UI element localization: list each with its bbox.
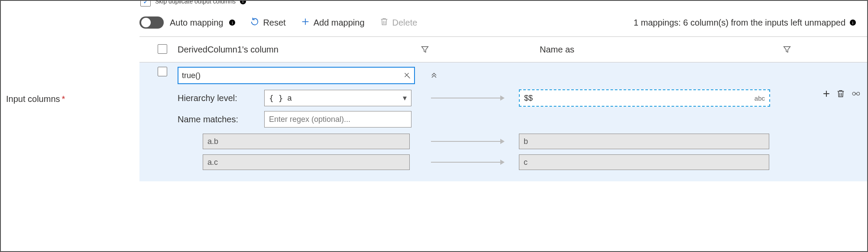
hierarchy-label: Hierarchy level: [178, 93, 264, 103]
add-mapping-label: Add mapping [314, 18, 365, 28]
column-header-source: DerivedColumn1's column [178, 45, 420, 55]
name-matches-label: Name matches: [178, 115, 264, 124]
name-matches-placeholder: Enter regex (optional)... [269, 115, 350, 124]
svg-point-16 [857, 92, 860, 95]
dest-preview: b [519, 134, 769, 149]
trash-icon [379, 17, 389, 29]
auto-mapping-label: Auto mapping [170, 18, 223, 28]
add-row-button[interactable]: + [823, 88, 830, 100]
info-icon[interactable]: i [850, 20, 856, 26]
name-as-input[interactable]: $$ abc [519, 89, 770, 107]
expression-value: true() [182, 71, 403, 80]
filter-icon[interactable] [782, 45, 800, 54]
dest-preview: c [519, 154, 769, 170]
source-preview: a.b [203, 134, 410, 149]
hierarchy-value: a [288, 94, 403, 103]
filter-icon[interactable] [420, 45, 437, 54]
auto-mapping-toggle[interactable] [139, 16, 164, 29]
reset-button[interactable]: Reset [250, 17, 285, 29]
row-checkbox[interactable] [158, 67, 167, 76]
source-preview: a.c [203, 154, 410, 170]
svg-line-6 [408, 76, 410, 79]
section-label-text: Input columns [6, 94, 60, 104]
name-as-value: $$ [524, 94, 755, 103]
svg-marker-12 [500, 160, 505, 165]
skip-duplicate-label: Skip duplicate output columns [155, 0, 236, 5]
select-all-checkbox[interactable] [158, 44, 167, 54]
skip-duplicate-checkbox[interactable]: ✓ [140, 0, 151, 7]
mapping-sub-row: a.c c [178, 154, 861, 170]
arrow-icon [431, 137, 505, 145]
link-icon[interactable] [852, 89, 861, 98]
abc-hint: abc [755, 95, 765, 102]
add-mapping-button[interactable]: Add mapping [301, 17, 365, 29]
arrow-icon [431, 94, 505, 102]
section-label: Input columns* [1, 94, 65, 104]
plus-icon [301, 17, 310, 29]
info-icon[interactable]: i [240, 0, 246, 4]
svg-marker-10 [500, 139, 505, 144]
column-header-name-as: Name as [540, 45, 782, 55]
mapping-status-text: 1 mappings: 6 column(s) from the inputs … [634, 18, 845, 28]
delete-row-button[interactable] [836, 89, 845, 98]
braces-icon: { } [269, 94, 283, 103]
svg-marker-8 [500, 95, 505, 101]
svg-point-15 [852, 92, 855, 95]
info-icon[interactable]: i [229, 20, 235, 26]
hierarchy-dropdown[interactable]: { } a ▾ [264, 90, 411, 106]
collapse-icon[interactable] [430, 70, 438, 81]
reset-icon [250, 17, 259, 29]
fx-icon[interactable] [403, 71, 411, 80]
reset-label: Reset [263, 18, 285, 28]
expression-input[interactable]: true() [178, 67, 415, 84]
required-star: * [60, 94, 65, 104]
mapping-sub-row: a.b b [178, 134, 861, 149]
name-matches-input[interactable]: Enter regex (optional)... [264, 111, 411, 128]
chevron-down-icon: ▾ [403, 93, 407, 103]
arrow-icon [431, 158, 505, 166]
delete-button: Delete [379, 17, 418, 29]
delete-label: Delete [392, 18, 418, 28]
